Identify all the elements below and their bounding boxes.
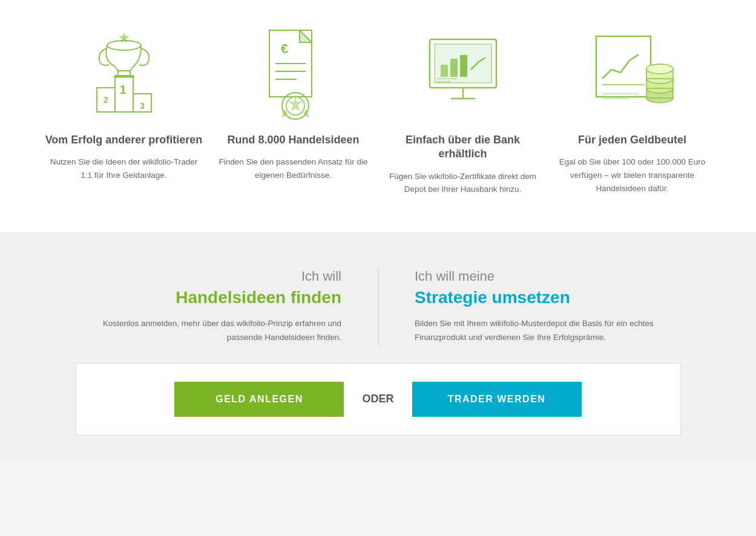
feature-chart-coins-desc: Egal ob Sie über 100 oder 100.000 Euro v… [554, 155, 711, 195]
feature-chart-coins-title: Für jeden Geldbeutel [554, 133, 711, 147]
cta-right-desc: Bilden Sie mit Ihrem wikifolio-Musterdep… [415, 317, 681, 345]
cta-buttons-wrapper: GELD ANLEGEN ODER TRADER WERDEN [76, 363, 681, 436]
cta-columns: Ich will Handelsideen finden Kostenlos a… [76, 269, 681, 345]
feature-certificate-title: Rund 8.000 Handelsideen [215, 133, 372, 147]
chart-coins-icon [554, 24, 711, 121]
svg-text:2: 2 [104, 95, 108, 105]
svg-rect-20 [441, 65, 448, 77]
chart-screen-icon [384, 24, 542, 121]
cta-right-column: Ich will meine Strategie umsetzen Bilden… [378, 269, 681, 345]
cta-right-subtitle: Ich will meine [415, 269, 681, 284]
svg-text:3: 3 [140, 101, 145, 111]
cta-left-column: Ich will Handelsideen finden Kostenlos a… [76, 269, 379, 345]
feature-trophy-title: Vom Erfolg anderer profitieren [45, 133, 203, 147]
cta-right-title: Strategie umsetzen [415, 288, 681, 307]
svg-text:1: 1 [119, 83, 126, 96]
svg-point-37 [646, 64, 673, 74]
feature-certificate-desc: Finden Sie den passenden Ansatz für die … [215, 155, 372, 181]
cta-left-desc: Kostenlos anmelden, mehr über das wikifo… [76, 317, 342, 345]
geld-anlegen-button[interactable]: GELD ANLEGEN [174, 382, 344, 417]
feature-trophy-desc: Nutzen Sie die Ideen der wikifolio-Trade… [45, 155, 203, 181]
feature-chart-screen-desc: Fügen Sie wikifolio-Zertifikate direkt d… [384, 170, 542, 196]
cta-left-subtitle: Ich will [76, 269, 342, 284]
cta-section: Ich will Handelsideen finden Kostenlos a… [0, 232, 756, 460]
svg-point-6 [107, 41, 141, 50]
svg-marker-10 [119, 32, 130, 43]
feature-chart-screen-title: Einfach über die Bank erhältlich [384, 133, 542, 162]
cta-buttons-box: GELD ANLEGEN ODER TRADER WERDEN [76, 363, 681, 436]
cta-left-title: Handelsideen finden [76, 288, 342, 307]
svg-text:€: € [280, 41, 288, 56]
feature-trophy: 1 2 3 Vom Erfolg anderer profitieren [45, 24, 203, 182]
oder-text: ODER [362, 393, 393, 405]
features-grid: 1 2 3 Vom Erfolg anderer profitieren [45, 24, 711, 196]
trader-werden-button[interactable]: TRADER WERDEN [412, 382, 582, 417]
svg-rect-22 [460, 55, 467, 77]
top-section: 1 2 3 Vom Erfolg anderer profitieren [0, 0, 756, 232]
feature-certificate: € Rund 8.000 Handelsideen Fin [215, 24, 372, 182]
feature-chart-coins: Für jeden Geldbeutel Egal ob Sie über 10… [554, 24, 711, 195]
certificate-icon: € [215, 24, 372, 121]
svg-rect-21 [450, 59, 458, 77]
feature-chart-screen: Einfach über die Bank erhältlich Fügen S… [384, 24, 542, 196]
svg-rect-27 [596, 36, 651, 97]
trophy-icon: 1 2 3 [45, 24, 203, 121]
